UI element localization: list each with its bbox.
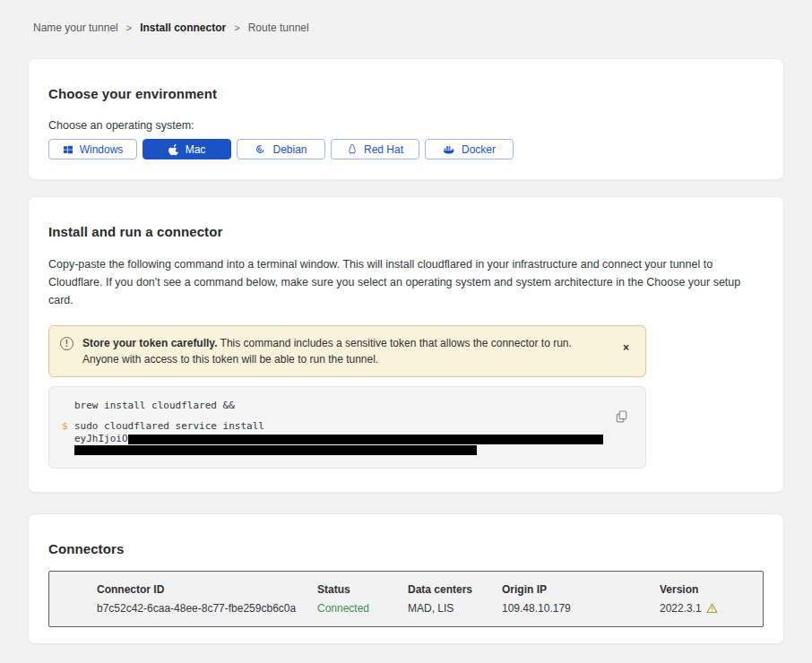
connectors-table: Connector ID Status Data centers Origin … (48, 571, 764, 627)
code-line-2: sudo cloudflared service install (74, 419, 264, 433)
windows-icon (63, 144, 73, 155)
prompt-spacer (62, 399, 74, 412)
header-status: Status (317, 583, 408, 596)
header-version: Version (660, 583, 763, 596)
breadcrumb: Name your tunnel > Install connector > R… (0, 0, 812, 34)
status-badge: Connected (317, 602, 408, 615)
install-card-description: Copy-paste the following command into a … (48, 255, 764, 309)
cell-data-centers: MAD, LIS (408, 602, 502, 615)
redacted-token-bar (128, 435, 603, 444)
close-icon[interactable]: × (619, 335, 635, 352)
redhat-icon (347, 143, 358, 155)
os-button-redhat[interactable]: Red Hat (331, 139, 419, 159)
redacted-token-bar (74, 445, 477, 455)
shell-prompt: $ (62, 419, 74, 433)
breadcrumb-item-route-tunnel[interactable]: Route tunnel (248, 22, 309, 34)
header-data-centers: Data centers (408, 583, 502, 596)
os-button-debian[interactable]: Debian (237, 139, 325, 159)
prompt-spacer (62, 445, 74, 455)
copy-icon[interactable] (616, 410, 627, 426)
token-prefix: eyJhIjoiO (74, 434, 603, 444)
os-button-windows[interactable]: Windows (48, 139, 137, 159)
connectors-card: Connectors Connector ID Status Data cent… (28, 513, 784, 644)
os-button-mac[interactable]: Mac (143, 139, 231, 159)
token-warning-bold: Store your token carefully. (82, 337, 218, 349)
header-origin-ip: Origin IP (502, 583, 660, 596)
breadcrumb-item-name-your-tunnel[interactable]: Name your tunnel (33, 22, 118, 34)
token-warning-banner: ! Store your token carefully. This comma… (48, 325, 646, 377)
os-button-label: Mac (186, 143, 206, 156)
cell-connector-id: b7c52c42-6caa-48ee-8c77-fbe259cb6c0a (97, 602, 317, 615)
debian-icon (255, 143, 266, 155)
install-card-title: Install and run a connector (48, 224, 764, 239)
apple-icon (168, 143, 179, 156)
warning-triangle-icon (706, 604, 718, 614)
os-button-label: Windows (80, 143, 124, 156)
os-button-label: Debian (272, 143, 307, 156)
connectors-card-title: Connectors (48, 541, 764, 556)
token-warning-text: Store your token carefully. This command… (82, 335, 610, 367)
prompt-spacer (62, 434, 74, 444)
os-button-label: Docker (462, 143, 496, 156)
os-button-docker[interactable]: Docker (425, 139, 514, 159)
code-line-1: brew install cloudflared && (74, 399, 235, 412)
os-button-group: Windows Mac (48, 139, 764, 159)
breadcrumb-separator: > (126, 22, 132, 33)
cell-version: 2022.3.1 (660, 602, 763, 615)
install-command-code-block[interactable]: brew install cloudflared && $ sudo cloud… (48, 386, 646, 469)
os-select-label: Choose an operating system: (48, 119, 764, 132)
cell-origin-ip: 109.48.10.179 (502, 602, 660, 615)
table-row: b7c52c42-6caa-48ee-8c77-fbe259cb6c0a Con… (97, 602, 763, 615)
header-connector-id: Connector ID (97, 583, 317, 596)
info-icon: ! (60, 337, 73, 350)
docker-icon (443, 144, 455, 155)
breadcrumb-item-install-connector[interactable]: Install connector (140, 22, 226, 34)
environment-card-title: Choose your environment (48, 86, 764, 101)
choose-environment-card: Choose your environment Choose an operat… (28, 58, 784, 180)
connectors-table-header-row: Connector ID Status Data centers Origin … (97, 583, 763, 596)
os-button-label: Red Hat (364, 143, 403, 156)
breadcrumb-separator: > (234, 22, 239, 33)
install-connector-card: Install and run a connector Copy-paste t… (28, 196, 784, 493)
